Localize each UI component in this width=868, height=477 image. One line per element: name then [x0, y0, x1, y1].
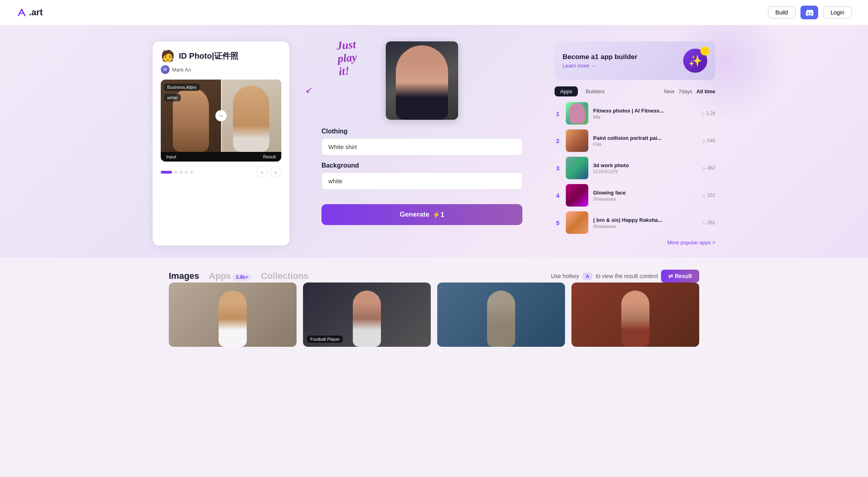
btab-images[interactable]: Images [169, 271, 199, 281]
login-button[interactable]: Login [823, 6, 852, 18]
gallery: Football Player [169, 283, 699, 347]
app-info-4: Glowing face Shaaaaaaa [593, 190, 698, 201]
discord-button[interactable] [800, 6, 818, 19]
badge-business: Business Attire [164, 84, 200, 91]
play-icon-4: ▷ [703, 193, 706, 198]
discord-icon [805, 8, 813, 16]
app-emoji: 🧑 [161, 49, 175, 63]
gallery-item-1[interactable] [169, 283, 297, 347]
generate-button[interactable]: Generate ⚡1 [321, 204, 522, 225]
app-info-5: ( bro & sis) Happy Raksha... Shaaaaaaa [593, 217, 698, 229]
bottom-tabs-row: Images Apps3.9k+ Collections Use hotkey … [169, 270, 699, 283]
hotkey-suffix: to view the result content [596, 273, 658, 279]
dot-3[interactable] [180, 171, 182, 174]
app-rank-1: 1 [555, 110, 561, 117]
gallery-item-2[interactable]: Football Player [303, 283, 431, 347]
app-name-5: ( bro & sis) Happy Raksha... [593, 217, 698, 223]
play-icon-3: ▷ [703, 166, 706, 170]
app-count-2: 546 [707, 138, 715, 143]
clothing-label: Clothing [321, 128, 522, 135]
app-name-1: Fitness photos | AI Fitness... [593, 108, 697, 114]
gallery-item-3[interactable] [437, 283, 565, 347]
gallery-item-4[interactable] [571, 283, 699, 347]
photo-result [221, 80, 281, 152]
right-panel: Become a1 app builder Learn more → ✨ ⚡ A… [555, 41, 715, 246]
logo-icon [16, 7, 27, 18]
carousel-dots [161, 171, 193, 174]
app-thumb-2 [566, 129, 588, 152]
compare-labels: Input Result [161, 152, 281, 162]
app-count-1: 1.2k [706, 111, 715, 116]
app-plays-1: ▷ 1.2k [702, 111, 715, 116]
logo[interactable]: .art [16, 7, 43, 18]
app-rank-2: 2 [555, 137, 561, 144]
app-creator-2: Fitte [593, 142, 698, 147]
app-info-3: 3d work photo 2118761379 [593, 162, 698, 174]
app-creator-5: Shaaaaaaa [593, 224, 698, 229]
app-item-1[interactable]: 1 Fitness photos | AI Fitness... Mia ▷ 1… [555, 102, 715, 125]
app-thumb-5 [566, 211, 588, 234]
next-button[interactable]: › [270, 166, 281, 178]
app-item-5[interactable]: 5 ( bro & sis) Happy Raksha... Shaaaaaaa… [555, 211, 715, 234]
clothing-input[interactable] [321, 138, 522, 156]
hotkey-prefix: Use hotkey [551, 273, 579, 279]
filter-alltime[interactable]: All time [696, 88, 715, 94]
portrait-image [386, 41, 458, 120]
badge-white: white [164, 94, 181, 101]
filter-7days[interactable]: 7days [678, 88, 692, 94]
left-panel: 🧑 ID Photo|证件照 M Mark An Business Attire… [153, 41, 289, 246]
prev-button[interactable]: ‹ [256, 166, 268, 178]
build-button[interactable]: Build [768, 6, 796, 18]
middle-panel: Clothing Background Generate ⚡1 [297, 41, 547, 246]
app-item-3[interactable]: 3 3d work photo 2118761379 ▷ 462 [555, 157, 715, 179]
author-avatar: M [161, 65, 170, 74]
app-list: 1 Fitness photos | AI Fitness... Mia ▷ 1… [555, 102, 715, 234]
nav-right: Build Login [768, 6, 852, 19]
more-apps-link[interactable]: More popular apps > [555, 240, 715, 246]
app-rank-5: 5 [555, 219, 561, 226]
tab-apps[interactable]: Apps [555, 86, 578, 96]
promo-title: Become a1 app builder [563, 53, 637, 61]
background-input[interactable] [321, 172, 522, 190]
apps-tabs: Apps Builders [555, 86, 610, 96]
app-item-4[interactable]: 4 Glowing face Shaaaaaaa ▷ 331 [555, 184, 715, 207]
app-info-2: Paint collision portrait pai... Fitte [593, 135, 698, 147]
app-item-2[interactable]: 2 Paint collision portrait pai... Fitte … [555, 129, 715, 152]
app-title: ID Photo|证件照 [179, 51, 238, 61]
promo-icon: ✨ ⚡ [683, 49, 707, 73]
apps-tabs-row: Apps Builders New 7days All time [555, 86, 715, 96]
dot-2[interactable] [174, 171, 177, 174]
filter-new[interactable]: New [664, 88, 674, 94]
apps-badge: 3.9k+ [233, 274, 251, 281]
time-filters: New 7days All time [664, 88, 715, 94]
promo-coin: ⚡ [700, 47, 709, 55]
app-plays-3: ▷ 462 [703, 165, 715, 171]
promo-card: Become a1 app builder Learn more → ✨ ⚡ [555, 41, 715, 80]
dot-4[interactable] [185, 171, 188, 174]
app-name-3: 3d work photo [593, 162, 698, 168]
btab-apps[interactable]: Apps3.9k+ [209, 271, 251, 281]
navbar: .art Build Login [0, 0, 868, 25]
dot-active[interactable] [161, 171, 172, 174]
photo-input: Business Attire white [161, 80, 221, 152]
form-section: Clothing Background [321, 128, 522, 196]
hero-section: Just play it! ↙ 🧑 ID Photo|证件照 M Mark An… [0, 25, 868, 258]
app-rank-3: 3 [555, 165, 561, 172]
bottom-section: Images Apps3.9k+ Collections Use hotkey … [153, 258, 715, 359]
compare-arrow-icon: → [215, 110, 227, 121]
app-plays-5: ▷ 281 [703, 220, 715, 225]
dot-5[interactable] [190, 171, 193, 174]
app-name-4: Glowing face [593, 190, 698, 196]
author-name: Mark An [172, 67, 191, 73]
app-creator-4: Shaaaaaaa [593, 197, 698, 201]
app-plays-2: ▷ 546 [703, 138, 715, 143]
btab-collections[interactable]: Collections [261, 271, 309, 281]
hotkey-row: Use hotkey A to view the result content … [551, 270, 699, 283]
app-name-2: Paint collision portrait pai... [593, 135, 698, 141]
result-button[interactable]: ⇄ Result [661, 270, 699, 283]
tab-builders[interactable]: Builders [580, 86, 610, 96]
app-thumb-1 [566, 102, 588, 125]
promo-text: Become a1 app builder Learn more → [563, 53, 637, 69]
photo-compare: Business Attire white → Input Result [161, 80, 281, 162]
promo-link[interactable]: Learn more → [563, 63, 637, 69]
